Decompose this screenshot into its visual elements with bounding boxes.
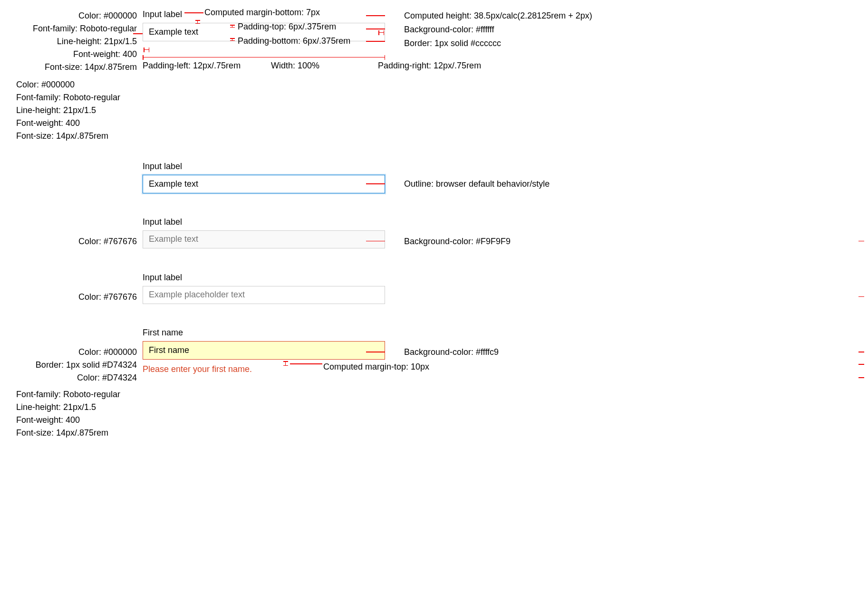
spec-font-size: Font-size: 14px/.875rem [16, 130, 143, 143]
spec-below-left: Color: #000000 Font-family: Roboto-regul… [10, 78, 858, 143]
connector-line [366, 352, 385, 352]
spec-line-height: Line-height: 21px/1.5 [16, 104, 143, 117]
spec-font-weight: Font-weight: 400 [16, 117, 143, 130]
annot-margin-top: Computed margin-top: 10px [323, 362, 429, 372]
connector-line [858, 364, 864, 365]
annot-margin-bottom: Computed margin-bottom: 7px [204, 8, 320, 18]
spec-border: Border: 1px solid #D74324 [10, 359, 137, 371]
field-container: Input label Computed margin-bottom: 7px … [143, 10, 385, 41]
measure-padding-left [144, 49, 149, 50]
connector-line [366, 241, 385, 242]
annot-width: Width: 100% [271, 61, 319, 71]
spec-computed-height: Computed height: 38.5px/calc(2.28125rem … [404, 10, 592, 22]
connector-line [366, 41, 385, 42]
spec-outline: Outline: browser default behavior/style [404, 178, 550, 190]
measure-width [143, 57, 385, 57]
left-specs: Color: #000000 Border: 1px solid #D74324… [10, 328, 143, 384]
connector-line [858, 352, 864, 352]
spec-bg-color: Background-color: #ffffc9 [404, 346, 499, 359]
below-left-specs: Color: #000000 Font-family: Roboto-regul… [10, 78, 143, 143]
connector-line [366, 183, 385, 184]
annot-padding-left: Padding-left: 12px/.75rem [143, 61, 241, 71]
spec-bg-color: Background-color: #F9F9F9 [404, 235, 511, 248]
spec-row-focused: Input label Outline: browser default beh… [10, 162, 858, 193]
spec-line-height: Line-height: 21px/1.5 [16, 401, 143, 414]
right-specs: Background-color: #F9F9F9 [385, 217, 511, 249]
measure-padding-bottom [232, 38, 232, 41]
connector-line [366, 29, 385, 29]
spec-row-disabled: Color: #767676 Input label Background-co… [10, 217, 858, 249]
spec-bg-color: Background-color: #ffffff [404, 23, 592, 36]
left-specs: Color: #000000 Font-family: Roboto-regul… [10, 10, 143, 74]
measure-margin-top [285, 361, 286, 366]
right-specs: Outline: browser default behavior/style [385, 162, 550, 191]
connector-line [184, 12, 203, 13]
spec-color: Color: #000000 [10, 346, 137, 359]
spec-border: Border: 1px solid #cccccc [404, 37, 592, 50]
spec-error-color: Color: #D74324 [10, 371, 137, 384]
spec-line-height: Line-height: 21px/1.5 [10, 35, 137, 48]
annot-padding-bottom: Padding-bottom: 6px/.375rem [238, 36, 350, 46]
connector-line [858, 377, 864, 378]
field-container: Input label [143, 217, 385, 249]
spec-font-family: Font-family: Roboto-regular [16, 388, 143, 401]
measure-margin-bottom [197, 20, 198, 24]
input-label: Input label [143, 273, 385, 283]
input-label: Input label [143, 162, 385, 171]
right-specs: Computed height: 38.5px/calc(2.28125rem … [385, 10, 592, 51]
spec-below-left-error: Font-family: Roboto-regular Line-height:… [10, 388, 858, 439]
measure-padding-right [378, 32, 384, 33]
input-label: Input label [143, 217, 385, 227]
spec-color: Color: #000000 [16, 78, 143, 91]
connector-line [133, 33, 143, 34]
measure-padding-top [232, 25, 232, 28]
text-input-placeholder[interactable] [143, 286, 385, 304]
spec-font-family: Font-family: Roboto-regular [16, 91, 143, 104]
text-input-disabled [143, 230, 385, 249]
left-specs: Color: #767676 [10, 273, 143, 304]
left-specs: Color: #767676 [10, 217, 143, 248]
text-input-error[interactable] [143, 341, 385, 360]
text-input-focused[interactable] [143, 175, 385, 193]
connector-line [858, 296, 864, 297]
right-specs: Background-color: #ffffc9 [385, 328, 499, 360]
spec-font-family: Font-family: Roboto-regular [10, 22, 137, 35]
spec-font-size: Font-size: 14px/.875rem [16, 427, 143, 439]
spec-font-size: Font-size: 14px/.875rem [10, 61, 137, 74]
spec-font-weight: Font-weight: 400 [10, 48, 137, 61]
spec-row-default: Color: #000000 Font-family: Roboto-regul… [10, 10, 858, 74]
annot-padding-right: Padding-right: 12px/.75rem [378, 61, 481, 71]
spec-font-weight: Font-weight: 400 [16, 414, 143, 427]
input-label: First name [143, 328, 385, 338]
spec-color: Color: #767676 [10, 291, 137, 304]
below-left-specs: Font-family: Roboto-regular Line-height:… [10, 388, 143, 439]
connector-line [858, 241, 864, 242]
spec-row-error: Color: #000000 Border: 1px solid #D74324… [10, 328, 858, 384]
spec-row-placeholder: Color: #767676 Input label [10, 273, 858, 304]
annot-padding-top: Padding-top: 6px/.375rem [238, 22, 336, 32]
connector-line [290, 363, 322, 364]
field-container: Input label [143, 162, 385, 193]
field-container: Input label [143, 273, 385, 304]
field-container: First name Computed margin-top: 10px Ple… [143, 328, 385, 374]
connector-line [366, 15, 385, 16]
spec-color: Color: #000000 [10, 10, 137, 22]
spec-color: Color: #767676 [10, 235, 137, 248]
